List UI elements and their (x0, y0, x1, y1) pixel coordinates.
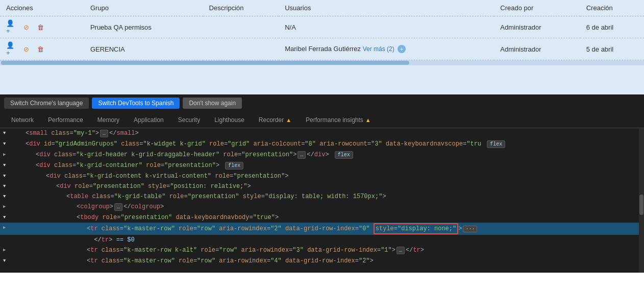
table-row: 👤+ ⊘ 🗑 GERENCIA Maribel Ferrada Gutiérre… (0, 38, 644, 60)
arrow-icon-13: ▼ (3, 256, 6, 265)
highlight-attr: style="display: none;" (374, 223, 458, 234)
creacion-cell-2: 5 de abril (580, 38, 644, 60)
ver-mas-link[interactable]: Ver más (2) (363, 45, 394, 53)
code-line-1: ▼ <small class="my-1">…</small> (0, 128, 644, 139)
add-user-icon[interactable]: 👤+ (6, 21, 17, 33)
tab-recorder[interactable]: Recorder ▲ (252, 113, 299, 127)
tab-application[interactable]: Application (127, 113, 171, 127)
action-icons: 👤+ ⊘ 🗑 (6, 21, 78, 33)
recorder-warning-icon: ▲ (286, 117, 291, 123)
arrow-icon-3: ▶ (3, 150, 6, 159)
flex-badge-3: flex (335, 151, 353, 159)
col-descripcion: Descripción (203, 0, 279, 16)
devtools-panel: Switch Chrome's language Switch DevTools… (0, 94, 644, 273)
arrow-icon-4: ▼ (3, 161, 6, 170)
code-line-11: </tr> == $0 (0, 235, 644, 245)
perf-insights-warning-icon: ▲ (365, 117, 371, 123)
grupo-cell: Prueba QA permisos (84, 16, 203, 38)
arrow-icon-2: ▼ (3, 139, 6, 149)
col-creacion: Creación (580, 0, 644, 16)
code-line-10[interactable]: ▶ <tr class="k-master-row" role="row" ar… (0, 223, 644, 235)
col-usuarios: Usuarios (279, 0, 494, 16)
tab-performance-insights[interactable]: Performance insights ▲ (299, 113, 378, 127)
tab-security[interactable]: Security (171, 113, 207, 127)
ellipsis-badge-8[interactable]: … (114, 203, 122, 211)
flex-badge: flex (487, 140, 505, 148)
tab-memory[interactable]: Memory (90, 113, 127, 127)
code-line-2: ▼ <div id="gridAdminGrupos" class="k-wid… (0, 139, 644, 150)
grupo-cell-2: GERENCIA (84, 38, 203, 60)
ellipsis-badge[interactable]: … (100, 130, 108, 137)
code-line-7: ▼ <table class="k-grid-table" role="pres… (0, 191, 644, 202)
col-acciones: Acciones (0, 0, 84, 16)
creado-por-cell-2: Administrador (494, 38, 580, 60)
scrollbar-thumb (1, 61, 409, 65)
vertical-scrollbar[interactable] (639, 128, 644, 273)
code-line-12: ▶ <tr class="k-master-row k-alt" role="r… (0, 245, 644, 256)
devtools-banner: Switch Chrome's language Switch DevTools… (0, 94, 644, 112)
devtools-tabs: Network Performance Memory Application S… (0, 112, 644, 128)
code-line-6: ▼ <div role="presentation" style="positi… (0, 181, 644, 191)
switch-language-button[interactable]: Switch Chrome's language (4, 98, 89, 109)
creacion-cell: 6 de abril (580, 16, 644, 38)
code-line-8: ▶ <colgroup>…</colgroup> (0, 202, 644, 212)
table-row: 👤+ ⊘ 🗑 Prueba QA permisos N/A Administra… (0, 16, 644, 38)
code-line-3: ▶ <div class="k-grid-header k-grid-dragg… (0, 150, 644, 160)
arrow-icon-12: ▶ (3, 246, 6, 255)
creado-por-cell: Administrador (494, 16, 580, 38)
descripcion-cell (203, 16, 279, 38)
tab-network[interactable]: Network (4, 113, 41, 127)
descripcion-cell-2 (203, 38, 279, 60)
data-table-area: Acciones Grupo Descripción Usuarios Crea… (0, 0, 644, 94)
arrow-icon: ▼ (3, 129, 6, 138)
arrow-icon-10: ▶ (3, 223, 6, 232)
code-line-4: ▼ <div class="k-grid-container" role="pr… (0, 160, 644, 171)
switch-devtools-button[interactable]: Switch DevTools to Spanish (92, 98, 180, 109)
data-table: Acciones Grupo Descripción Usuarios Crea… (0, 0, 644, 60)
scrollbar-v-thumb (639, 195, 643, 215)
devtools-code-view: ▼ <small class="my-1">…</small> ▼ <div i… (0, 128, 644, 273)
usuarios-cell-2: Maribel Ferrada Gutiérrez Ver más (2) + (279, 38, 494, 60)
usuarios-cell: N/A (279, 16, 494, 38)
code-line-9: ▼ <tbody role="presentation" data-keyboa… (0, 212, 644, 223)
code-line-13: ▼ <tr class="k-master-row" role="row" ar… (0, 256, 644, 266)
flex-badge-4: flex (225, 162, 243, 170)
edit-icon-2[interactable]: ⊘ (20, 43, 32, 55)
action-icons-2: 👤+ ⊘ 🗑 (6, 43, 78, 55)
horizontal-scrollbar[interactable] (0, 60, 644, 65)
col-creado-por: Creado por (494, 0, 580, 16)
col-grupo: Grupo (84, 0, 203, 16)
arrow-icon-5: ▼ (3, 172, 6, 181)
code-line-5: ▼ <div class="k-grid-content k-virtual-c… (0, 171, 644, 181)
arrow-icon-7: ▼ (3, 192, 6, 201)
ellipsis-badge-3[interactable]: … (298, 151, 306, 159)
dont-show-button[interactable]: Don't show again (183, 98, 242, 109)
three-dots-badge[interactable]: ··· (463, 226, 477, 232)
add-user-plus[interactable]: + (398, 45, 406, 53)
tab-performance[interactable]: Performance (41, 113, 90, 127)
tab-lighthouse[interactable]: Lighthouse (207, 113, 252, 127)
edit-icon[interactable]: ⊘ (20, 21, 32, 33)
ellipsis-badge-12[interactable]: … (397, 247, 405, 254)
add-user-icon-2[interactable]: 👤+ (6, 43, 17, 55)
delete-icon-2[interactable]: 🗑 (35, 43, 46, 55)
delete-icon[interactable]: 🗑 (35, 21, 46, 33)
arrow-icon-6: ▼ (3, 182, 6, 191)
arrow-icon-9: ▼ (3, 213, 6, 222)
arrow-icon-8: ▶ (3, 202, 6, 211)
